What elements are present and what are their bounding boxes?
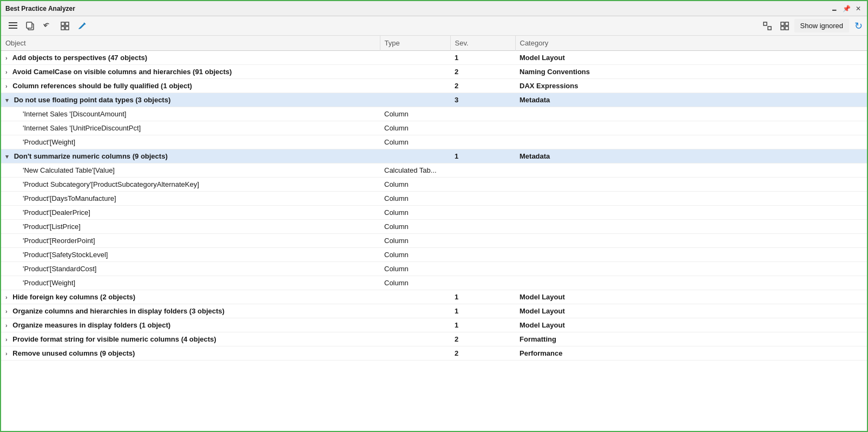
type-cell: Column: [380, 248, 450, 262]
category-cell: [515, 107, 867, 121]
table-row[interactable]: 'Product'[Weight] Column: [1, 135, 867, 149]
type-cell: Column: [380, 220, 450, 234]
table-row[interactable]: 'Product'[Weight] Column: [1, 276, 867, 290]
severity-cell: [450, 276, 515, 290]
type-cell: [380, 304, 450, 318]
table-row[interactable]: 'Product'[ListPrice] Column: [1, 220, 867, 234]
svg-rect-9: [764, 22, 767, 25]
view-button[interactable]: [57, 18, 73, 34]
table-row[interactable]: › Remove unused columns (9 objects) 2 Pe…: [1, 346, 867, 361]
type-cell: [380, 290, 450, 304]
table-row[interactable]: › Provide format string for visible nume…: [1, 332, 867, 346]
category-cell: [515, 220, 867, 234]
table-row[interactable]: › Add objects to perspectives (47 object…: [1, 51, 867, 65]
col-header-severity: Sev.: [450, 36, 515, 51]
menu-icon[interactable]: [5, 18, 21, 34]
category-cell: [515, 178, 867, 192]
severity-cell: [450, 163, 515, 178]
table-row[interactable]: 'Product'[StandardCost] Column: [1, 262, 867, 276]
show-ignored-button[interactable]: Show ignored: [794, 19, 850, 32]
type-cell: Column: [380, 121, 450, 135]
object-cell: 'Product'[Weight]: [1, 276, 380, 290]
severity-cell: [450, 248, 515, 262]
table-row[interactable]: 'Product'[DaysToManufacture] Column: [1, 192, 867, 206]
severity-cell: [450, 135, 515, 149]
severity-cell: [450, 121, 515, 135]
severity-cell: 2: [450, 346, 515, 361]
expand-arrow[interactable]: ›: [5, 55, 8, 61]
group-label: Remove unused columns (9 objects): [12, 349, 135, 357]
table-row[interactable]: › Organize measures in display folders (…: [1, 318, 867, 332]
group-label: Do not use floating point data types (3 …: [14, 96, 171, 104]
expand-arrow[interactable]: ▾: [5, 97, 9, 104]
category-cell: [515, 135, 867, 149]
svg-rect-1: [9, 25, 17, 26]
type-cell: [380, 93, 450, 107]
expand-arrow[interactable]: ▾: [5, 153, 9, 160]
object-cell: 'Product'[ListPrice]: [1, 220, 380, 234]
expand-arrow[interactable]: ›: [5, 350, 8, 357]
refresh-button[interactable]: ↻: [854, 20, 863, 32]
svg-rect-14: [785, 27, 788, 30]
table-header-row: Object Type Sev. Category: [1, 36, 867, 51]
severity-cell: 2: [450, 332, 515, 346]
expand-arrow[interactable]: ›: [5, 336, 8, 343]
table-row[interactable]: 'Product'[DealerPrice] Column: [1, 206, 867, 220]
category-cell: Model Layout: [515, 51, 867, 65]
severity-cell: [450, 206, 515, 220]
pin-icon[interactable]: 📌: [842, 4, 851, 13]
severity-cell: 2: [450, 65, 515, 79]
table-row[interactable]: 'Product'[ReorderPoint] Column: [1, 234, 867, 248]
object-cell: 'Product'[ReorderPoint]: [1, 234, 380, 248]
table-row[interactable]: › Avoid CamelCase on visible columns and…: [1, 65, 867, 79]
group-label: Organize measures in display folders (1 …: [12, 321, 170, 329]
type-cell: Calculated Tab...: [380, 163, 450, 178]
group-label: Don't summarize numeric columns (9 objec…: [14, 152, 168, 160]
category-cell: [515, 206, 867, 220]
severity-cell: [450, 262, 515, 276]
toolbar: Show ignored ↻: [1, 16, 867, 36]
copy-button[interactable]: [23, 18, 38, 34]
grid-icon-1[interactable]: [760, 18, 775, 34]
grid-icon-2[interactable]: [777, 18, 792, 34]
close-button[interactable]: ✕: [854, 4, 863, 13]
type-cell: Column: [380, 192, 450, 206]
expand-arrow[interactable]: ›: [5, 83, 8, 89]
type-cell: [380, 65, 450, 79]
table-row[interactable]: ▾ Don't summarize numeric columns (9 obj…: [1, 149, 867, 163]
object-cell: 'Product'[DaysToManufacture]: [1, 192, 380, 206]
expand-arrow[interactable]: ›: [5, 322, 8, 329]
category-cell: [515, 262, 867, 276]
undo-button[interactable]: [40, 18, 55, 34]
table-row[interactable]: 'Product'[SafetyStockLevel] Column: [1, 248, 867, 262]
category-cell: Metadata: [515, 149, 867, 163]
expand-arrow[interactable]: ›: [5, 308, 8, 315]
table-row[interactable]: › Organize columns and hierarchies in di…: [1, 304, 867, 318]
expand-arrow[interactable]: ›: [5, 69, 8, 75]
table-row[interactable]: ▾ Do not use floating point data types (…: [1, 93, 867, 107]
table-row[interactable]: 'Product Subcategory'[ProductSubcategory…: [1, 178, 867, 192]
severity-cell: [450, 178, 515, 192]
category-cell: Model Layout: [515, 290, 867, 304]
table-row[interactable]: › Column references should be fully qual…: [1, 79, 867, 93]
type-cell: Column: [380, 206, 450, 220]
expand-arrow[interactable]: ›: [5, 294, 8, 300]
edit-button[interactable]: [75, 18, 90, 34]
table-row[interactable]: 'Internet Sales '[UnitPriceDiscountPct] …: [1, 121, 867, 135]
table-row[interactable]: 'New Calculated Table'[Value] Calculated…: [1, 163, 867, 178]
title-bar: Best Practice Analyzer 🗕 📌 ✕: [1, 1, 867, 16]
table-row[interactable]: 'Internet Sales '[DiscountAmount] Column: [1, 107, 867, 121]
col-header-object: Object: [1, 36, 380, 51]
show-ignored-label: Show ignored: [800, 22, 844, 30]
severity-cell: 3: [450, 93, 515, 107]
category-cell: [515, 192, 867, 206]
type-cell: Column: [380, 178, 450, 192]
severity-cell: 2: [450, 79, 515, 93]
severity-cell: 1: [450, 149, 515, 163]
svg-rect-4: [27, 22, 32, 28]
table-row[interactable]: › Hide foreign key columns (2 objects) 1…: [1, 290, 867, 304]
pin-button[interactable]: 🗕: [830, 4, 839, 13]
svg-rect-7: [61, 27, 64, 30]
table-container: Object Type Sev. Category › Add objects …: [1, 36, 867, 432]
group-label: Hide foreign key columns (2 objects): [12, 293, 135, 301]
